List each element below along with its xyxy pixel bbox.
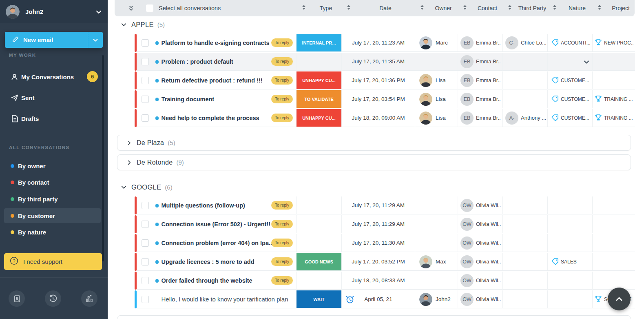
row-checkbox[interactable] — [142, 96, 149, 103]
owner-cell[interactable]: Lisa — [415, 109, 458, 127]
sidebar-item-my-conversations[interactable]: My Conversations 6 — [0, 69, 102, 84]
owner-cell[interactable]: Lisa — [415, 90, 458, 108]
column-header-date[interactable]: Date — [379, 0, 392, 16]
subject-cell[interactable]: Multiple questions (follow-up)To reply — [137, 196, 297, 214]
owner-cell[interactable]: John2 — [415, 290, 458, 308]
group-header-de-rotonde[interactable]: De Rotonde (9) — [117, 154, 631, 170]
chevron-down-icon[interactable] — [95, 9, 102, 15]
contact-cell[interactable]: OWOlivia Wil... — [458, 234, 503, 252]
sidebar-item-by-customer[interactable]: By customer — [4, 208, 101, 223]
subject-cell[interactable]: Order failed through the websiteTo reply — [137, 272, 297, 290]
contact-cell[interactable]: OWOlivia Wil... — [458, 253, 503, 271]
column-header-owner[interactable]: Owner — [435, 0, 451, 16]
scroll-to-top-button[interactable] — [608, 288, 631, 310]
nature-cell[interactable]: CUSTOME... — [548, 109, 593, 127]
group-header-de-plaza[interactable]: De Plaza (5) — [117, 135, 631, 151]
type-badge[interactable]: TO VALIDATE — [297, 90, 342, 108]
contact-cell[interactable]: EBEmma Br... — [458, 53, 503, 71]
subject-cell[interactable]: Problem : product defaultTo reply — [137, 53, 297, 71]
column-header-project[interactable]: Project — [612, 0, 630, 16]
user-menu[interactable]: John2 — [0, 0, 108, 23]
project-cell[interactable]: TRAINING ... — [593, 90, 635, 108]
sidebar-item-by-third-party[interactable]: By third party — [0, 192, 102, 206]
subject-cell[interactable]: Return defective product : refund !!!To … — [137, 71, 297, 89]
row-checkbox[interactable] — [142, 114, 149, 122]
sort-icon[interactable] — [463, 5, 467, 10]
new-email-button[interactable]: New email — [5, 32, 103, 48]
row-checkbox[interactable] — [142, 39, 149, 47]
contact-cell[interactable]: OWOlivia Wil... — [458, 290, 503, 308]
contact-cell[interactable]: EBEmma Br... — [458, 71, 503, 89]
owner-cell[interactable]: Marc — [415, 34, 458, 52]
nature-cell[interactable]: SALES — [548, 253, 593, 271]
conversation-row[interactable]: Training documentTo replyTO VALIDATEJuly… — [135, 90, 635, 108]
contact-cell[interactable]: OWOlivia Wil... — [458, 272, 503, 290]
contacts-icon[interactable] — [9, 290, 25, 307]
conversation-row[interactable]: Multiple questions (follow-up)To replyJu… — [135, 196, 635, 214]
sidebar-item-by-nature[interactable]: By nature — [0, 225, 102, 239]
column-header-contact[interactable]: Contact — [478, 0, 497, 16]
new-email-dropdown[interactable] — [88, 32, 103, 48]
row-checkbox[interactable] — [142, 77, 149, 84]
subject-cell[interactable]: Platform to handle e-signing contractsTo… — [137, 34, 297, 52]
sort-icon[interactable] — [420, 5, 424, 10]
contact-cell[interactable]: EBEmma Br... — [458, 109, 503, 127]
contact-cell[interactable]: EBEmma Br... — [458, 34, 503, 52]
subject-cell[interactable]: Connection issue (Error 502) - Urgent!!T… — [137, 215, 297, 233]
sidebar-scrollbar[interactable] — [102, 55, 104, 261]
nature-cell[interactable]: CUSTOME... — [548, 71, 593, 89]
conversation-row[interactable]: Upgrade licences : 5 more to addTo reply… — [135, 253, 635, 271]
third-party-cell[interactable]: A-Anthony ... — [503, 109, 548, 127]
group-header-apple[interactable]: APPLE (5) — [121, 20, 165, 29]
sort-icon[interactable] — [347, 5, 350, 10]
conversation-row[interactable]: Need help to complete the processTo repl… — [135, 109, 635, 127]
subject-cell[interactable]: Training documentTo reply — [137, 90, 297, 108]
contact-cell[interactable]: EBEmma Br... — [458, 90, 503, 108]
column-header-nature[interactable]: Nature — [569, 0, 586, 16]
subject-cell[interactable]: Connection problem (error 404) on Ipa...… — [137, 234, 297, 252]
project-cell[interactable]: TRAINING ... — [593, 109, 635, 127]
type-badge[interactable]: UNHAPPY CU... — [297, 109, 342, 127]
sort-icon[interactable] — [302, 5, 305, 10]
group-header-partial[interactable] — [117, 315, 631, 319]
group-header-google[interactable]: GOOGLE (6) — [121, 182, 173, 192]
nature-cell[interactable]: CUSTOME... — [548, 90, 593, 108]
row-checkbox[interactable] — [142, 258, 149, 265]
conversation-row[interactable]: Order failed through the websiteTo reply… — [135, 272, 635, 290]
support-button[interactable]: ? I need support — [4, 253, 102, 270]
column-header-third-party[interactable]: Third Party — [518, 0, 546, 16]
row-checkbox[interactable] — [142, 277, 149, 284]
new-email-main[interactable]: New email — [5, 32, 88, 48]
sidebar-item-drafts[interactable]: Drafts — [0, 111, 102, 126]
row-checkbox[interactable] — [142, 202, 149, 209]
column-header-type[interactable]: Type — [320, 0, 332, 16]
history-icon[interactable] — [45, 290, 61, 307]
contact-cell[interactable]: OWOlivia Wil... — [458, 215, 503, 233]
conversation-row[interactable]: Platform to handle e-signing contractsTo… — [135, 34, 635, 52]
sort-icon[interactable] — [598, 5, 601, 10]
conversation-row[interactable]: Connection issue (Error 502) - Urgent!!T… — [135, 215, 635, 233]
row-checkbox[interactable] — [142, 239, 149, 247]
sidebar-item-sent[interactable]: Sent — [0, 90, 102, 105]
contact-cell[interactable]: OWOlivia Wil... — [458, 196, 503, 214]
third-party-cell[interactable]: C-Chloé Lo... — [503, 34, 548, 52]
type-badge[interactable]: INTERNAL PR... — [297, 34, 342, 52]
nature-cell[interactable]: ACCOUNTI... — [548, 34, 593, 52]
conversation-row[interactable]: Hello, I would like to know your tarific… — [135, 290, 635, 308]
row-expander-chevron-icon[interactable] — [583, 59, 590, 65]
subject-cell[interactable]: Upgrade licences : 5 more to addTo reply — [137, 253, 297, 271]
select-all-checkbox[interactable] — [146, 4, 153, 12]
stats-icon[interactable] — [81, 290, 97, 307]
double-chevron-down-icon[interactable] — [128, 0, 134, 16]
type-badge[interactable]: WAIT — [297, 290, 342, 308]
row-checkbox[interactable] — [142, 58, 149, 65]
owner-cell[interactable]: Lisa — [415, 71, 458, 89]
type-badge[interactable]: UNHAPPY CU... — [297, 71, 342, 89]
conversation-row[interactable]: Problem : product defaultTo replyJuly 17… — [135, 53, 635, 71]
subject-cell[interactable]: Need help to complete the processTo repl… — [137, 109, 297, 127]
row-checkbox[interactable] — [142, 221, 149, 228]
project-cell[interactable]: NEW PROC... — [593, 34, 635, 52]
row-checkbox[interactable] — [142, 296, 149, 303]
owner-cell[interactable]: Max — [415, 253, 458, 271]
subject-cell[interactable]: Hello, I would like to know your tarific… — [137, 290, 297, 308]
